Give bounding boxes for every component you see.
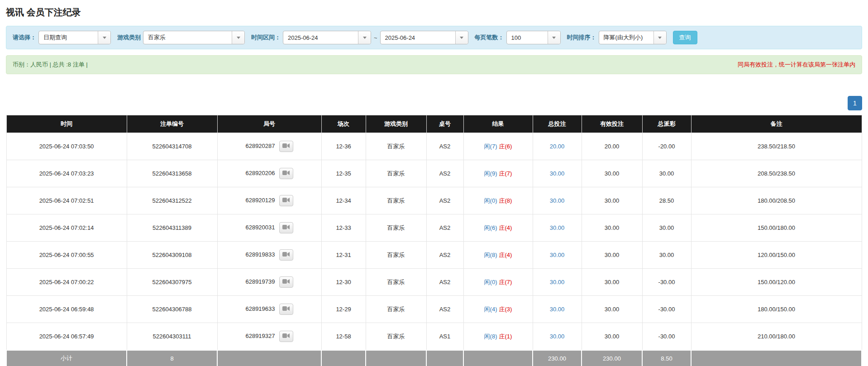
total-bet-link[interactable]: 20.00 bbox=[550, 143, 565, 150]
page-size-label: 每页笔数： bbox=[475, 33, 504, 42]
chevron-down-icon bbox=[358, 31, 371, 44]
status-bar: 币别：人民币 | 总共 :8 注单 | 同局有效投注，统一计算在该局第一张注单内 bbox=[6, 55, 862, 74]
video-replay-icon bbox=[282, 143, 290, 150]
result-player: 闲(7) bbox=[484, 143, 497, 150]
video-replay-button[interactable] bbox=[279, 331, 293, 342]
date-from-value: 2025-06-24 bbox=[283, 31, 358, 44]
video-replay-button[interactable] bbox=[279, 222, 293, 233]
video-replay-button[interactable] bbox=[279, 249, 293, 261]
col-header-payout: 总派彩 bbox=[642, 115, 691, 133]
video-replay-button[interactable] bbox=[279, 141, 293, 152]
total-bet-link[interactable]: 30.00 bbox=[550, 333, 565, 340]
cell-session: 12-31 bbox=[321, 242, 366, 269]
cell-payout: 30.00 bbox=[642, 160, 691, 187]
date-to-value: 2025-06-24 bbox=[381, 31, 455, 44]
total-bet-link[interactable]: 30.00 bbox=[550, 170, 565, 177]
cell-round-id: 628920031 bbox=[217, 214, 321, 242]
col-header-game-type: 游戏类别 bbox=[366, 115, 426, 133]
cell-table-no: AS2 bbox=[426, 242, 463, 269]
search-button[interactable]: 查询 bbox=[673, 31, 697, 44]
cell-table-no: AS2 bbox=[426, 187, 463, 214]
total-bet-link[interactable]: 30.00 bbox=[550, 197, 565, 204]
page-size-select[interactable]: 100 bbox=[506, 31, 561, 44]
subtotal-total-bet: 230.00 bbox=[533, 350, 582, 366]
cell-time: 2025-06-24 06:57:49 bbox=[6, 323, 127, 351]
subtotal-payout: 8.50 bbox=[642, 350, 691, 366]
cell-game-type: 百家乐 bbox=[366, 269, 426, 296]
result-banker: 庄(4) bbox=[499, 224, 512, 231]
video-replay-button[interactable] bbox=[279, 168, 293, 179]
pagination-page-1[interactable]: 1 bbox=[848, 96, 862, 110]
video-replay-button[interactable] bbox=[279, 195, 293, 206]
cell-result: 闲(8)庄(4) bbox=[463, 242, 533, 269]
cell-valid-bet: 30.00 bbox=[582, 296, 642, 323]
cell-valid-bet: 30.00 bbox=[582, 187, 642, 214]
cell-bet-id: 522604309108 bbox=[127, 242, 217, 269]
col-header-valid-bet: 有效投注 bbox=[582, 115, 642, 133]
total-bet-link[interactable]: 30.00 bbox=[550, 306, 565, 313]
date-from-select[interactable]: 2025-06-24 bbox=[283, 31, 371, 44]
result-banker: 庄(4) bbox=[499, 252, 512, 258]
total-bet-link[interactable]: 30.00 bbox=[550, 252, 565, 258]
video-replay-button[interactable] bbox=[279, 276, 293, 288]
query-type-label: 请选择： bbox=[13, 33, 36, 42]
game-type-select[interactable]: 百家乐 bbox=[143, 31, 245, 44]
date-to-select[interactable]: 2025-06-24 bbox=[380, 31, 468, 44]
page-size-group: 每页笔数： 100 bbox=[475, 31, 561, 44]
cell-session: 12-34 bbox=[321, 187, 366, 214]
query-type-select[interactable]: 日期查询 bbox=[38, 31, 111, 44]
cell-total-bet: 30.00 bbox=[533, 187, 582, 214]
sort-select[interactable]: 降冪(由大到小) bbox=[599, 31, 667, 44]
cell-session: 12-29 bbox=[321, 296, 366, 323]
cell-session: 12-36 bbox=[321, 133, 366, 160]
cell-bet-id: 522604307975 bbox=[127, 269, 217, 296]
cell-remark: 208.50/238.50 bbox=[691, 160, 862, 187]
cell-valid-bet: 20.00 bbox=[582, 133, 642, 160]
table-body: 2025-06-24 07:03:50 522604314708 6289202… bbox=[6, 133, 862, 351]
date-range-label: 时间区间： bbox=[251, 33, 281, 42]
cell-game-type: 百家乐 bbox=[366, 296, 426, 323]
page-container: 视讯 会员下注纪录 请选择： 日期查询 游戏类别 百家乐 时间区间： 2025-… bbox=[0, 0, 868, 366]
cell-round-id: 628920206 bbox=[217, 160, 321, 187]
filter-bar: 请选择： 日期查询 游戏类别 百家乐 时间区间： 2025-06-24 ~ 20… bbox=[6, 26, 862, 49]
result-player: 闲(4) bbox=[484, 306, 497, 313]
cell-game-type: 百家乐 bbox=[366, 242, 426, 269]
cell-round-id: 628919327 bbox=[217, 323, 321, 351]
cell-round-id: 628920287 bbox=[217, 133, 321, 160]
table-row: 2025-06-24 07:02:51 522604312522 6289201… bbox=[6, 187, 862, 214]
video-replay-icon bbox=[282, 170, 290, 177]
cell-valid-bet: 30.00 bbox=[582, 323, 642, 351]
total-bet-link[interactable]: 30.00 bbox=[550, 224, 565, 231]
subtotal-label: 小计 bbox=[6, 350, 127, 366]
video-replay-button[interactable] bbox=[279, 304, 293, 315]
query-type-value: 日期查询 bbox=[39, 31, 98, 44]
chevron-down-icon bbox=[232, 31, 244, 44]
video-replay-icon bbox=[282, 306, 290, 313]
cell-round-id: 628920129 bbox=[217, 187, 321, 214]
cell-result: 闲(8)庄(1) bbox=[463, 323, 533, 351]
cell-total-bet: 20.00 bbox=[533, 133, 582, 160]
col-header-bet-id: 注单编号 bbox=[127, 115, 217, 133]
round-id-text: 628919739 bbox=[245, 278, 275, 285]
cell-bet-id: 522604306788 bbox=[127, 296, 217, 323]
cell-valid-bet: 30.00 bbox=[582, 160, 642, 187]
cell-time: 2025-06-24 07:03:50 bbox=[6, 133, 127, 160]
total-bet-link[interactable]: 30.00 bbox=[550, 279, 565, 285]
table-row: 2025-06-24 07:02:14 522604311389 6289200… bbox=[6, 214, 862, 242]
cell-valid-bet: 30.00 bbox=[582, 269, 642, 296]
status-notice-text: 同局有效投注，统一计算在该局第一张注单内 bbox=[738, 61, 855, 69]
cell-session: 12-30 bbox=[321, 269, 366, 296]
result-banker: 庄(1) bbox=[499, 333, 512, 340]
round-id-text: 628920031 bbox=[245, 224, 275, 231]
cell-bet-id: 522604313658 bbox=[127, 160, 217, 187]
col-header-total-bet: 总投注 bbox=[533, 115, 582, 133]
cell-result: 闲(0)庄(7) bbox=[463, 269, 533, 296]
cell-time: 2025-06-24 07:02:14 bbox=[6, 214, 127, 242]
cell-session: 12-58 bbox=[321, 323, 366, 351]
cell-game-type: 百家乐 bbox=[366, 133, 426, 160]
cell-result: 闲(4)庄(3) bbox=[463, 296, 533, 323]
table-footer: 小计 8 230.00 230.00 8.50 总计 8 23 bbox=[6, 350, 862, 366]
result-player: 闲(8) bbox=[484, 333, 497, 340]
cell-payout: -20.00 bbox=[642, 133, 691, 160]
cell-valid-bet: 30.00 bbox=[582, 242, 642, 269]
